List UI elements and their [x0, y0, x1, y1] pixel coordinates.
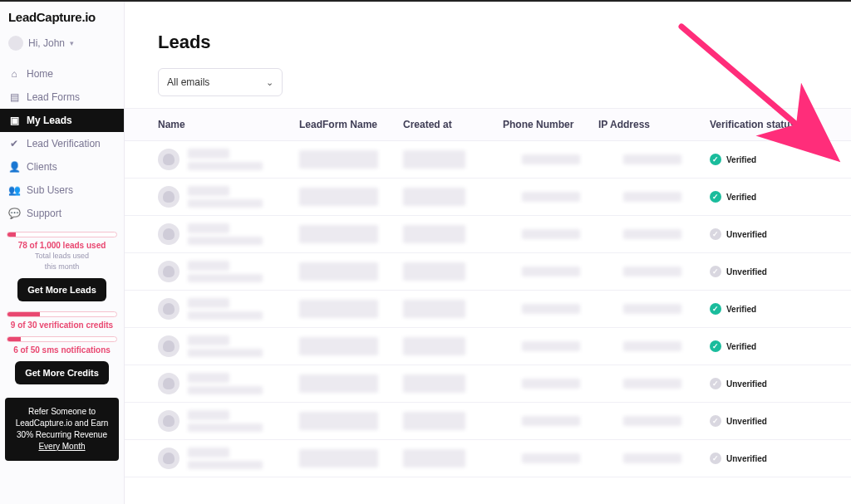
check-circle-icon: ✓: [710, 340, 721, 352]
lead-avatar: [158, 261, 180, 282]
sidebar-item-label: Lead Verification: [27, 138, 101, 149]
table-row[interactable]: ✓Unverified: [125, 253, 851, 291]
status-text: Unverified: [726, 379, 767, 389]
sidebar: LeadCapture.io Hi, John ▾ ⌂Home▤Lead For…: [0, 2, 125, 504]
sms-usage-label: 6 of 50 sms notifications: [7, 345, 117, 355]
ip-cell: [598, 416, 706, 426]
circle-icon: ✓: [710, 378, 721, 389]
form-cell: [299, 225, 403, 243]
circle-icon: ✓: [710, 228, 721, 240]
circle-icon: ✓: [710, 266, 721, 277]
phone-cell: [503, 154, 598, 164]
phone-cell: [503, 267, 598, 276]
refer-line: LeadCapture.io and Earn: [12, 418, 112, 429]
sidebar-item-clients[interactable]: 👤Clients: [0, 155, 124, 179]
verify-icon: ✔: [8, 138, 20, 149]
created-cell: [403, 412, 503, 430]
ip-cell: [598, 304, 706, 314]
lead-avatar: [158, 335, 180, 357]
page-title: Leads: [125, 2, 851, 68]
referral-promo[interactable]: Refer Someone to LeadCapture.io and Earn…: [5, 398, 119, 461]
chevron-down-icon: ⌄: [266, 77, 273, 88]
refer-line: Refer Someone to: [12, 406, 112, 418]
status-cell: ✓Unverified: [706, 378, 841, 389]
name-cell: [188, 223, 299, 245]
table-row[interactable]: ✓Unverified: [125, 440, 851, 477]
name-cell: [188, 261, 299, 282]
ip-cell: [598, 229, 706, 239]
status-text: Verified: [726, 155, 756, 164]
sms-progress: [7, 336, 117, 342]
col-form[interactable]: LeadForm Name: [299, 119, 403, 130]
leads-icon: ▣: [8, 115, 20, 126]
table-row[interactable]: ✓Unverified: [125, 403, 851, 440]
table-row[interactable]: ✓Unverified: [125, 216, 851, 253]
name-cell: [188, 149, 299, 170]
clients-icon: 👤: [8, 161, 20, 173]
user-avatar: [8, 36, 23, 51]
col-created[interactable]: Created at: [403, 119, 503, 130]
status-cell: ✓Verified: [706, 303, 841, 315]
ip-cell: [598, 192, 706, 202]
table-row[interactable]: ✓Verified: [125, 179, 851, 216]
status-cell: ✓Verified: [706, 340, 841, 352]
status-text: Unverified: [726, 230, 767, 239]
table-row[interactable]: ✓Verified: [125, 328, 851, 365]
email-filter-dropdown[interactable]: All emails ⌄: [158, 68, 283, 96]
status-text: Verified: [726, 193, 756, 202]
phone-cell: [503, 453, 598, 463]
leads-usage-sub2: this month: [7, 262, 117, 272]
name-cell: [188, 410, 299, 432]
filter-row: All emails ⌄: [125, 68, 851, 108]
ip-cell: [598, 379, 706, 389]
sidebar-item-label: My Leads: [27, 115, 72, 126]
sidebar-item-lead-verification[interactable]: ✔Lead Verification: [0, 132, 124, 155]
form-cell: [299, 150, 403, 169]
ip-cell: [598, 267, 706, 276]
sidebar-item-support[interactable]: 💬Support: [0, 202, 124, 225]
app-logo: LeadCapture.io: [0, 7, 124, 32]
sidebar-item-home[interactable]: ⌂Home: [0, 62, 124, 86]
user-menu[interactable]: Hi, John ▾: [0, 32, 124, 59]
form-cell: [299, 337, 403, 355]
table-body: ✓Verified✓Verified✓Unverified✓Unverified…: [125, 141, 851, 477]
phone-cell: [503, 192, 598, 202]
sidebar-item-label: Support: [27, 208, 61, 219]
usage-leads: 78 of 1,000 leads used Total leads used …: [0, 232, 124, 305]
circle-icon: ✓: [710, 453, 721, 464]
get-more-credits-button[interactable]: Get More Credits: [15, 361, 109, 384]
form-cell: [299, 262, 403, 281]
refer-line: 30% Recurring Revenue: [12, 429, 112, 441]
table-row[interactable]: ✓Verified: [125, 141, 851, 179]
col-name[interactable]: Name: [158, 119, 299, 130]
created-cell: [403, 225, 503, 243]
table-row[interactable]: ✓Verified: [125, 291, 851, 328]
status-cell: ✓Unverified: [706, 415, 841, 427]
created-cell: [403, 188, 503, 206]
col-ip[interactable]: IP Address: [598, 119, 706, 130]
circle-icon: ✓: [710, 415, 721, 427]
table-header: Name LeadForm Name Created at Phone Numb…: [125, 108, 851, 141]
refer-line: Every Month: [12, 441, 112, 453]
check-circle-icon: ✓: [710, 154, 721, 165]
created-cell: [403, 449, 503, 467]
ip-cell: [598, 154, 706, 164]
subusers-icon: 👥: [8, 184, 20, 196]
dropdown-selected: All emails: [167, 76, 209, 88]
col-status[interactable]: Verification status: [706, 119, 841, 130]
sidebar-item-sub-users[interactable]: 👥Sub Users: [0, 179, 124, 202]
status-cell: ✓Verified: [706, 191, 841, 203]
leads-progress: [7, 232, 117, 237]
form-cell: [299, 374, 403, 393]
table-row[interactable]: ✓Unverified: [125, 365, 851, 403]
status-cell: ✓Unverified: [706, 266, 841, 277]
ip-cell: [598, 341, 706, 351]
created-cell: [403, 300, 503, 318]
sidebar-item-my-leads[interactable]: ▣My Leads: [0, 109, 124, 132]
sidebar-item-lead-forms[interactable]: ▤Lead Forms: [0, 86, 124, 109]
home-icon: ⌂: [8, 68, 20, 80]
col-phone[interactable]: Phone Number: [503, 119, 598, 130]
get-more-leads-button[interactable]: Get More Leads: [17, 278, 106, 301]
name-cell: [188, 298, 299, 320]
main-content: Leads All emails ⌄ Name LeadForm Name Cr…: [125, 2, 851, 504]
